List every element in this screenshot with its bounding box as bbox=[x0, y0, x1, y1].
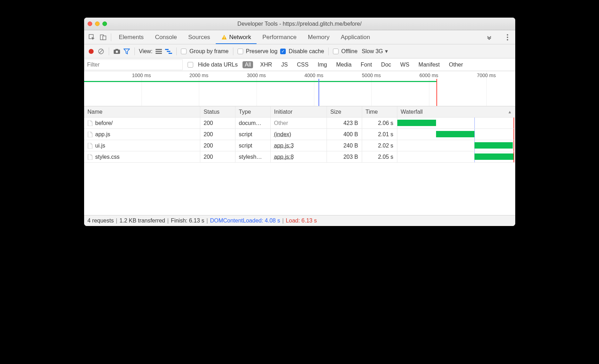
divider bbox=[111, 33, 111, 41]
separator: | bbox=[116, 218, 117, 224]
initiator-link[interactable]: (index) bbox=[274, 131, 291, 138]
col-initiator[interactable]: Initiator bbox=[271, 106, 327, 118]
timeline-overview[interactable]: 1000 ms2000 ms3000 ms4000 ms5000 ms6000 … bbox=[84, 71, 515, 106]
cell-time: 2.01 s bbox=[362, 129, 397, 140]
inspect-element-icon[interactable] bbox=[86, 32, 97, 43]
filter-type-js[interactable]: JS bbox=[279, 61, 290, 68]
disable-cache-label: Disable cache bbox=[289, 48, 324, 55]
svg-rect-16 bbox=[165, 49, 169, 50]
load-marker bbox=[513, 140, 514, 151]
divider bbox=[233, 48, 233, 55]
minimize-icon[interactable] bbox=[95, 21, 100, 26]
kebab-menu-icon[interactable] bbox=[502, 32, 513, 43]
initiator-link[interactable]: app.js:3 bbox=[274, 143, 294, 149]
col-status[interactable]: Status bbox=[200, 106, 235, 118]
col-name[interactable]: Name bbox=[84, 106, 200, 118]
table-row-name[interactable]: before/ bbox=[84, 118, 200, 129]
timeline-tick: 2000 ms bbox=[189, 73, 208, 78]
filter-type-manifest[interactable]: Manifest bbox=[416, 61, 442, 68]
filter-type-ws[interactable]: WS bbox=[398, 61, 411, 68]
request-name: before/ bbox=[95, 120, 113, 126]
cell-waterfall[interactable] bbox=[397, 151, 515, 163]
filter-input[interactable] bbox=[84, 59, 183, 70]
separator: | bbox=[207, 218, 208, 224]
filter-type-font[interactable]: Font bbox=[359, 61, 374, 68]
filter-type-img[interactable]: Img bbox=[316, 61, 329, 68]
svg-rect-3 bbox=[224, 36, 225, 38]
col-size[interactable]: Size bbox=[327, 106, 362, 118]
request-name: styles.css bbox=[95, 154, 120, 160]
chevron-down-icon: ▾ bbox=[385, 48, 388, 55]
panel-tabs-row: Elements Console Sources Network Perform… bbox=[84, 30, 515, 44]
cell-waterfall[interactable] bbox=[397, 140, 515, 151]
device-toolbar-icon[interactable] bbox=[97, 32, 109, 43]
waterfall-bar bbox=[397, 120, 436, 126]
throttle-select[interactable]: Slow 3G ▾ bbox=[362, 48, 388, 55]
tab-console[interactable]: Console bbox=[149, 30, 182, 44]
view-large-icon[interactable] bbox=[155, 48, 162, 55]
status-bar: 4 requests | 1.2 KB transferred | Finish… bbox=[84, 215, 515, 226]
svg-point-6 bbox=[507, 37, 508, 38]
cell-size: 203 B bbox=[327, 151, 362, 163]
dcl-marker bbox=[474, 118, 475, 128]
cell-time: 2.05 s bbox=[362, 151, 397, 163]
filter-type-css[interactable]: CSS bbox=[295, 61, 311, 68]
tab-label: Application bbox=[341, 34, 370, 41]
file-icon bbox=[88, 154, 93, 160]
table-row-name[interactable]: app.js bbox=[84, 129, 200, 140]
col-waterfall[interactable]: Waterfall▲ bbox=[397, 106, 515, 118]
preserve-log-checkbox[interactable] bbox=[238, 49, 243, 54]
waterfall-bar bbox=[474, 153, 513, 160]
overflow-tabs-icon[interactable] bbox=[484, 32, 495, 43]
col-label: Time bbox=[366, 109, 378, 115]
tab-label: Sources bbox=[188, 34, 210, 41]
record-button[interactable] bbox=[88, 48, 95, 55]
maximize-icon[interactable] bbox=[102, 21, 107, 26]
cell-size: 400 B bbox=[327, 129, 362, 140]
col-time[interactable]: Time bbox=[362, 106, 397, 118]
col-type[interactable]: Type bbox=[235, 106, 271, 118]
filter-type-all[interactable]: All bbox=[242, 61, 253, 68]
svg-rect-15 bbox=[156, 53, 162, 54]
clear-icon[interactable] bbox=[97, 48, 105, 55]
close-icon[interactable] bbox=[88, 21, 92, 26]
filter-type-media[interactable]: Media bbox=[334, 61, 354, 68]
view-waterfall-icon[interactable] bbox=[165, 48, 172, 55]
request-name: ui.js bbox=[95, 143, 105, 149]
divider bbox=[176, 48, 177, 55]
table-row-name[interactable]: ui.js bbox=[84, 140, 200, 151]
offline-checkbox[interactable] bbox=[333, 49, 339, 54]
tab-performance[interactable]: Performance bbox=[257, 30, 302, 44]
status-requests: 4 requests bbox=[88, 218, 114, 224]
cell-waterfall[interactable] bbox=[397, 118, 515, 129]
preserve-log-label: Preserve log bbox=[246, 48, 278, 55]
tab-elements[interactable]: Elements bbox=[113, 30, 150, 44]
cell-waterfall[interactable] bbox=[397, 129, 515, 140]
svg-rect-4 bbox=[224, 38, 225, 39]
group-by-frame-checkbox[interactable] bbox=[181, 49, 187, 54]
svg-rect-18 bbox=[169, 53, 172, 54]
group-by-frame-label: Group by frame bbox=[189, 48, 228, 55]
filter-toggle-icon[interactable] bbox=[123, 48, 130, 55]
hide-data-urls-checkbox[interactable] bbox=[188, 62, 193, 68]
capture-screenshots-icon[interactable] bbox=[113, 48, 120, 55]
svg-point-12 bbox=[115, 50, 118, 52]
dcl-marker bbox=[474, 129, 475, 140]
load-marker bbox=[513, 118, 514, 128]
svg-rect-13 bbox=[156, 49, 162, 50]
filter-type-xhr[interactable]: XHR bbox=[258, 61, 274, 68]
filter-type-other[interactable]: Other bbox=[447, 61, 465, 68]
file-icon bbox=[88, 120, 93, 126]
divider bbox=[109, 48, 109, 55]
cell-type: stylesh… bbox=[235, 151, 271, 163]
titlebar: Developer Tools - https://preload.glitch… bbox=[84, 18, 515, 30]
filter-type-doc[interactable]: Doc bbox=[379, 61, 393, 68]
tab-network[interactable]: Network bbox=[216, 30, 257, 44]
table-row-name[interactable]: styles.css bbox=[84, 151, 200, 163]
disable-cache-checkbox[interactable] bbox=[280, 49, 286, 54]
tab-sources[interactable]: Sources bbox=[183, 30, 216, 44]
initiator-link[interactable]: app.js:8 bbox=[274, 154, 294, 160]
load-marker bbox=[513, 129, 514, 140]
tab-memory[interactable]: Memory bbox=[302, 30, 335, 44]
tab-application[interactable]: Application bbox=[335, 30, 376, 44]
